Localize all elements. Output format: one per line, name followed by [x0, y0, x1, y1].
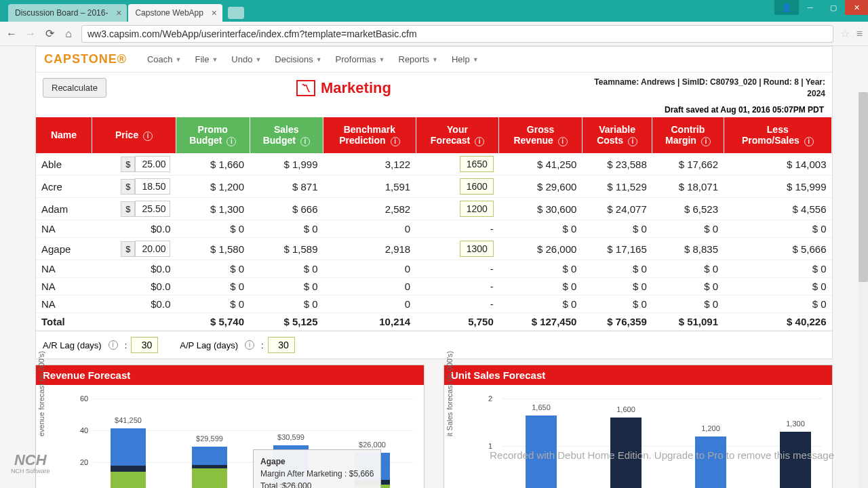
price-input[interactable]: 25.50 — [135, 201, 170, 217]
bookmark-icon[interactable]: ☆ — [840, 27, 850, 40]
cell-vc: $ 17,165 — [582, 238, 652, 260]
info-icon[interactable]: i — [300, 137, 310, 146]
cell-cm: $ 6,523 — [652, 198, 724, 220]
info-icon[interactable]: i — [804, 137, 814, 146]
cell-cm: $ 0 — [652, 278, 724, 296]
minimize-button[interactable]: ─ — [799, 0, 822, 15]
info-icon[interactable]: i — [143, 131, 153, 141]
bar-able[interactable]: $41,250 — [111, 428, 146, 488]
bar-label: $41,250 — [111, 416, 146, 424]
scrollbar[interactable] — [859, 92, 868, 488]
close-icon[interactable]: × — [116, 7, 121, 18]
forecast-input[interactable]: 1600 — [460, 178, 494, 195]
forecast-input[interactable]: 1650 — [460, 156, 494, 172]
menu-help[interactable]: Help ▼ — [445, 54, 486, 64]
cell-rev: $ 29,600 — [499, 176, 583, 198]
dollar-label: $ — [121, 179, 135, 195]
cell-less: $ 15,999 — [724, 176, 831, 198]
tab-capstone[interactable]: Capstone WebApp× — [128, 4, 222, 22]
close-button[interactable]: ✕ — [845, 0, 868, 15]
cell-less: $ 0 — [724, 296, 831, 313]
cell-bench: 0 — [323, 296, 416, 313]
info-icon[interactable]: i — [391, 137, 400, 146]
address-bar: ← → ⟳ ⌂ ww3.capsim.com/WebApp/userinterf… — [0, 22, 868, 46]
page-viewport: CAPSTONE® Coach ▼File ▼Undo ▼Decisions ▼… — [0, 46, 868, 488]
menu-decisions[interactable]: Decisions ▼ — [268, 54, 328, 64]
revenue-forecast-chart: Revenue Forecast evenue forecast (in 000… — [35, 365, 425, 488]
menu-reports[interactable]: Reports ▼ — [392, 54, 445, 64]
price-input[interactable]: 18.50 — [135, 178, 170, 195]
cell-rev: $ 0 — [499, 260, 583, 278]
toolbar: Recalculate 〽 Marketing Teamname: Andrew… — [36, 73, 832, 104]
chart-title: Revenue Forecast — [36, 365, 424, 385]
chevron-down-icon: ▼ — [379, 56, 385, 63]
ar-lag-input[interactable]: 30 — [131, 337, 158, 353]
browser-chrome: Discussion Board – 2016-× Capstone WebAp… — [0, 0, 868, 46]
menu-coach[interactable]: Coach ▼ — [140, 54, 189, 64]
cell-vc: $ 0 — [582, 260, 652, 278]
cell-name: Agape — [36, 238, 92, 260]
menu-undo[interactable]: Undo ▼ — [224, 54, 268, 64]
forward-icon[interactable]: → — [24, 28, 37, 40]
col-price: Price i — [92, 117, 176, 154]
cell-price: $20.00 — [92, 238, 176, 260]
scroll-thumb[interactable] — [859, 92, 868, 282]
info-icon[interactable]: i — [558, 137, 568, 146]
info-icon[interactable]: i — [628, 137, 637, 146]
col-benchmark-prediction: BenchmarkPrediction i — [323, 117, 416, 154]
marketing-table: NamePrice iPromoBudget iSalesBudget iBen… — [36, 117, 832, 331]
url-input[interactable]: ww3.capsim.com/WebApp/userinterface/inde… — [81, 25, 833, 43]
bar-label: $29,599 — [192, 434, 227, 443]
cell-name: NA — [36, 260, 92, 278]
info-icon[interactable]: i — [245, 340, 254, 350]
cell-bench: 0 — [323, 278, 416, 296]
reload-icon[interactable]: ⟳ — [43, 27, 56, 40]
table-row: Agape$20.00$ 1,580$ 1,5892,9181300$ 26,0… — [36, 238, 832, 260]
bar-label: 1,600 — [610, 405, 642, 413]
chart-title: Unit Sales Forecast — [444, 365, 832, 385]
ap-lag-input[interactable]: 30 — [268, 337, 295, 353]
cell-bench: 2,918 — [323, 238, 416, 260]
user-icon[interactable]: 👤 — [774, 0, 799, 15]
info-icon[interactable]: i — [475, 137, 484, 146]
new-tab-button[interactable] — [228, 7, 244, 19]
menu-file[interactable]: File ▼ — [188, 54, 224, 64]
menu-icon[interactable]: ≡ — [856, 28, 863, 40]
tab-discussion[interactable]: Discussion Board – 2016-× — [8, 4, 127, 22]
chevron-down-icon: ▼ — [212, 56, 218, 63]
cell-sales: $ 0 — [250, 278, 323, 296]
info-icon[interactable]: i — [108, 340, 118, 350]
cell-fcst: - — [416, 260, 499, 278]
cell-price: $25.50 — [92, 198, 176, 220]
recalculate-button[interactable]: Recalculate — [43, 78, 106, 98]
maximize-button[interactable]: ▢ — [822, 0, 845, 15]
forecast-input[interactable]: 1300 — [460, 241, 494, 257]
price-input[interactable]: 25.00 — [135, 156, 170, 172]
tooltip-line: Margin After Marketing : $5,666 — [260, 468, 374, 480]
bar-acre[interactable]: $29,599 — [192, 447, 227, 488]
cell-rev: $ 0 — [499, 220, 583, 238]
info-icon[interactable]: i — [701, 137, 711, 146]
dollar-label: $ — [121, 241, 135, 257]
nch-logo: NCH NCH Software — [11, 453, 50, 474]
forecast-input[interactable]: 1200 — [460, 201, 494, 217]
logo: CAPSTONE® — [44, 52, 127, 66]
cell-fcst: 1200 — [416, 198, 499, 220]
back-icon[interactable]: ← — [5, 28, 18, 40]
bar-segment — [111, 428, 146, 466]
cell-name: NA — [36, 278, 92, 296]
cell-cm: $ 0 — [652, 296, 724, 313]
home-icon[interactable]: ⌂ — [62, 28, 75, 40]
cell-sales: $ 666 — [250, 198, 323, 220]
draft-saved: Draft saved at Aug 01, 2016 05:07PM PDT — [36, 104, 832, 117]
info-icon[interactable]: i — [226, 137, 236, 146]
watermark: Recorded with Debut Home Edition. Upgrad… — [490, 449, 834, 461]
col-less-promo-sales: LessPromo/Sales i — [724, 117, 831, 154]
cell-less: $ 5,666 — [724, 238, 831, 260]
bar-adam[interactable]: 1,200 — [695, 436, 726, 488]
menu-proformas[interactable]: Proformas ▼ — [329, 54, 392, 64]
cell-bench: 0 — [323, 260, 416, 278]
close-icon[interactable]: × — [212, 7, 217, 18]
price-input[interactable]: 20.00 — [135, 241, 170, 257]
dollar-label: $ — [121, 157, 135, 172]
